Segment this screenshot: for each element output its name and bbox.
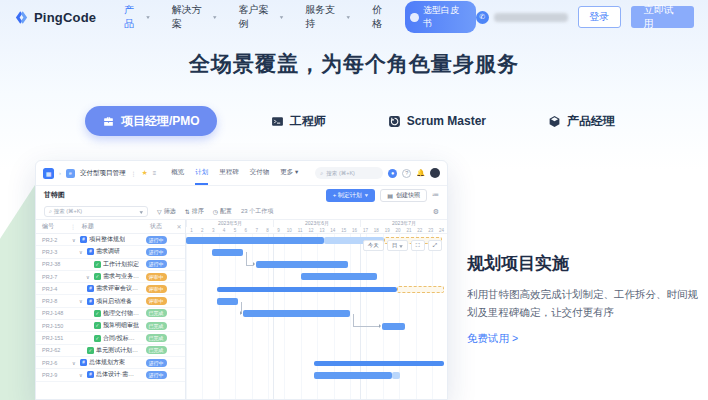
task-title: 需求与业务流程确认… xyxy=(103,272,139,281)
table-row[interactable]: PRJ-7∨✓需求与业务流程确认…评审中 xyxy=(36,271,185,283)
tab-Scrum Master[interactable]: Scrum Master xyxy=(380,106,494,136)
twist-icon[interactable]: ∨ xyxy=(72,360,78,366)
more-dots-icon[interactable]: ⋮ xyxy=(131,170,137,177)
twist-icon[interactable]: ∨ xyxy=(79,249,85,255)
zoom-select[interactable]: 日 ▾ xyxy=(387,240,408,251)
header-id[interactable]: 编号 xyxy=(36,222,70,231)
gantt-day-label: 3 xyxy=(208,227,219,234)
tab-产品经理[interactable]: 产品经理 xyxy=(540,106,623,136)
list-icon[interactable]: ≔ xyxy=(432,191,439,199)
nav-item-解决方案[interactable]: 解决方案▾ xyxy=(172,3,217,31)
project-tab-概览[interactable]: 概览 xyxy=(171,161,184,185)
twist-icon[interactable]: ∨ xyxy=(79,298,85,304)
assistant-icon[interactable]: ● xyxy=(388,169,397,178)
gantt-bar[interactable] xyxy=(217,287,397,292)
favorite-star-icon[interactable]: ★ xyxy=(142,169,148,177)
twist-icon[interactable]: ∨ xyxy=(86,274,92,280)
gantt-bar[interactable] xyxy=(392,372,400,379)
status-badge[interactable]: 已完成 xyxy=(146,322,167,330)
status-badge[interactable]: 已完成 xyxy=(146,346,167,354)
project-tab-计划[interactable]: 计划 xyxy=(195,161,208,185)
status-badge[interactable]: 进行中 xyxy=(146,371,167,379)
gantt-bar[interactable] xyxy=(212,249,243,256)
filter-button[interactable]: ▽ 筛选 xyxy=(157,207,176,216)
table-row[interactable]: PRJ-9∨#总体设计·需求方案（1…进行中 xyxy=(36,369,185,381)
create-snapshot-button[interactable]: ▤ 创建快照 xyxy=(380,189,427,202)
table-row[interactable]: PRJ-148✓梳理交付物和时间节点已完成 xyxy=(36,308,185,320)
fit-view-icon[interactable]: ⛶ xyxy=(411,240,425,251)
collapse-column-icon[interactable]: ✕ xyxy=(173,223,185,230)
pingcode-logo[interactable]: PingCode xyxy=(14,10,96,25)
table-row[interactable]: PRJ-8∨#项目启动准备评审中 xyxy=(36,295,185,307)
table-row[interactable]: PRJ-62✓单元测试计划初步评估已完成 xyxy=(36,345,185,357)
try-now-button[interactable]: 立即试用 xyxy=(631,6,694,28)
header-title[interactable]: ⋮ 标题 xyxy=(70,222,139,231)
help-icon[interactable]: ? xyxy=(402,169,411,178)
nav-item-产品[interactable]: 产品▾ xyxy=(124,3,150,31)
free-trial-link[interactable]: 免费试用 > xyxy=(467,332,518,346)
gear-icon[interactable]: ⚙ xyxy=(433,208,439,216)
status-badge[interactable]: 进行中 xyxy=(146,359,167,367)
twist-icon[interactable]: ∨ xyxy=(79,372,85,378)
task-search-input[interactable]: ⌕ 搜索 (⌘+K) ▾ xyxy=(44,206,148,217)
table-row[interactable]: PRJ-150✓预算明细审批已完成 xyxy=(36,320,185,332)
twist-icon[interactable]: ∨ xyxy=(72,237,78,243)
menu-icon[interactable]: ≡ xyxy=(153,170,157,176)
status-badge[interactable]: 已完成 xyxy=(146,309,167,317)
table-row[interactable]: PRJ-6∨#总体规划方案进行中 xyxy=(36,357,185,369)
status-badge[interactable]: 进行中 xyxy=(146,236,167,244)
nav-item-客户案例[interactable]: 客户案例▾ xyxy=(239,3,284,31)
login-button[interactable]: 登录 xyxy=(578,6,621,28)
gantt-bar[interactable] xyxy=(217,298,238,305)
task-type-icon: # xyxy=(87,285,94,292)
dependency-line xyxy=(246,252,247,264)
project-tab-更多[interactable]: 更多 ▾ xyxy=(280,161,298,185)
status-badge[interactable]: 已完成 xyxy=(146,334,167,342)
status-badge[interactable]: 进行中 xyxy=(146,248,167,256)
cube-icon xyxy=(548,115,561,128)
page-title: 全场景覆盖，为每个角色量身服务 xyxy=(0,50,708,78)
table-row[interactable]: PRJ-3∨#需求调研进行中 xyxy=(36,246,185,258)
gantt-bar[interactable] xyxy=(382,323,405,330)
phone-number-blurred xyxy=(494,13,568,22)
today-button[interactable]: 今天 xyxy=(363,240,384,251)
whitepaper-label: 选型白皮书 xyxy=(423,4,467,30)
header-status[interactable]: 状态 xyxy=(139,222,173,231)
status-badge[interactable]: 评审中 xyxy=(146,273,167,281)
project-tabs: 概览计划里程碑交付物更多 ▾ xyxy=(171,161,298,185)
bell-icon[interactable]: 🔔 xyxy=(416,169,425,177)
whitepaper-badge[interactable]: 选型白皮书 xyxy=(405,1,476,33)
gantt-bar[interactable] xyxy=(256,261,347,268)
table-row[interactable]: PRJ-38✓工作计划拟定进行中 xyxy=(36,259,185,271)
task-title-cell: ∨#项目启动准备 xyxy=(70,297,139,306)
task-search-placeholder: 搜索 (⌘+K) xyxy=(54,208,83,214)
app-grid-icon[interactable]: ▦ xyxy=(43,168,54,179)
global-search-input[interactable]: ⌕ 搜索 (⌘+K) xyxy=(315,167,383,179)
tab-工程师[interactable]: 工程师 xyxy=(263,106,334,136)
project-tab-交付物[interactable]: 交付物 xyxy=(250,161,270,185)
task-title-cell: ✓工作计划拟定 xyxy=(70,260,139,269)
nav-item-价格[interactable]: 价格 xyxy=(372,3,391,31)
config-button[interactable]: ◷ 配置 xyxy=(213,207,232,216)
gantt-bar[interactable] xyxy=(397,286,444,293)
gantt-bar[interactable] xyxy=(186,237,324,244)
table-row[interactable]: PRJ-151✓合同/投标文件归档已完成 xyxy=(36,332,185,344)
project-tab-里程碑[interactable]: 里程碑 xyxy=(219,161,239,185)
gantt-bar[interactable] xyxy=(314,372,392,379)
status-badge[interactable]: 评审中 xyxy=(146,285,167,293)
table-row[interactable]: PRJ-2∨#项目整体规划进行中 xyxy=(36,234,185,246)
gantt-bar[interactable] xyxy=(301,273,377,280)
gantt-bar[interactable] xyxy=(243,310,350,317)
tab-项目经理/PMO[interactable]: 项目经理/PMO xyxy=(85,106,217,136)
user-avatar[interactable] xyxy=(430,168,440,178)
nav-item-服务支持[interactable]: 服务支持▾ xyxy=(305,3,350,31)
logo-text: PingCode xyxy=(34,10,96,25)
fullscreen-icon[interactable]: ⤢ xyxy=(428,240,442,251)
make-plan-button[interactable]: + 制定计划 ▾ xyxy=(326,189,376,202)
table-row[interactable]: PRJ-4#需求评审会议记录评审中 xyxy=(36,283,185,295)
status-cell: 进行中 xyxy=(139,359,173,367)
status-badge[interactable]: 进行中 xyxy=(146,260,167,268)
status-badge[interactable]: 评审中 xyxy=(146,297,167,305)
sort-button[interactable]: ⇅ 排序 xyxy=(185,207,204,216)
gantt-bar[interactable] xyxy=(314,361,445,366)
